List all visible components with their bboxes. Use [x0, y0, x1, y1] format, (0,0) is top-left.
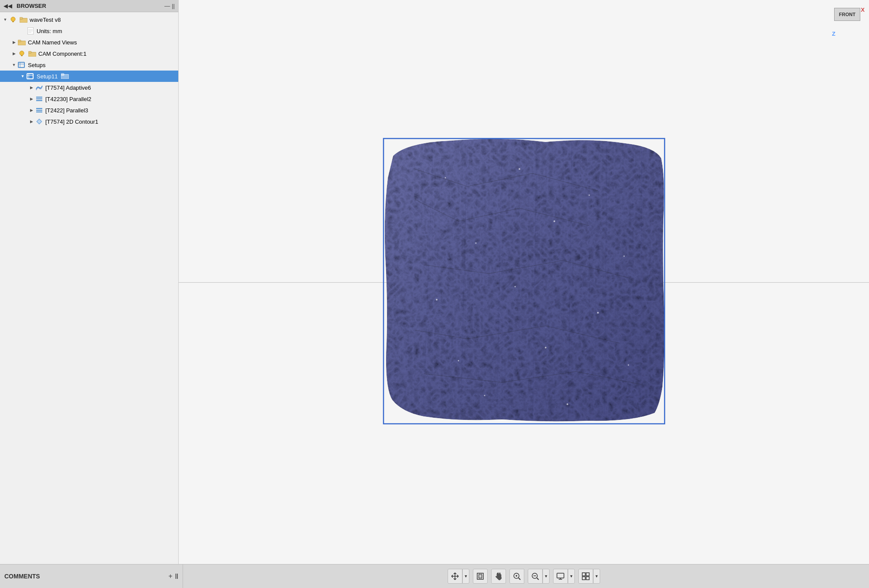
zoom-out-tool-group: ▼ — [528, 569, 550, 584]
svg-rect-11 — [21, 55, 23, 56]
tree-item-root[interactable]: waveTest v8 — [0, 14, 178, 25]
zoom-in-tool-group — [509, 569, 524, 584]
tree-item-parallel3[interactable]: [T2422] Parallel3 — [0, 105, 178, 116]
axis-indicator: FRONT Z X — [830, 4, 865, 39]
folder-cam-icon — [17, 38, 26, 47]
svg-point-62 — [628, 364, 629, 365]
svg-rect-9 — [18, 40, 21, 42]
zoom-out-button[interactable] — [528, 569, 543, 584]
tree-label-root: waveTest v8 — [30, 17, 61, 23]
svg-rect-28 — [37, 119, 41, 124]
svg-point-63 — [484, 395, 485, 396]
expand-parallel3[interactable] — [28, 107, 35, 114]
svg-point-61 — [545, 347, 547, 348]
svg-rect-81 — [586, 577, 589, 580]
move-tool-button[interactable] — [448, 569, 462, 584]
toolbar-area: ▼ — [183, 569, 865, 584]
bulb-icon — [9, 15, 17, 24]
bottom-bar: COMMENTS + || ▼ — [0, 564, 869, 588]
collapse-sidebar-button[interactable]: ◀◀ — [3, 3, 12, 9]
diamond-icon — [35, 117, 44, 126]
expand-setups[interactable] — [10, 61, 17, 68]
zoom-in-button[interactable] — [509, 569, 524, 584]
folder-icon — [19, 15, 28, 24]
tree-item-setups[interactable]: Setups — [0, 59, 178, 71]
sidebar-header-icons: — || — [164, 3, 175, 9]
display-mode-dropdown[interactable]: ▼ — [568, 569, 575, 584]
grid-tool-group: ▼ — [578, 569, 600, 584]
svg-point-64 — [567, 403, 568, 405]
svg-point-51 — [445, 177, 446, 178]
move-tool-group: ▼ — [448, 569, 469, 584]
display-mode-group: ▼ — [553, 569, 575, 584]
sidebar-tree: waveTest v8 Units: mm — [0, 12, 178, 564]
svg-rect-75 — [557, 573, 564, 578]
expand-setup11[interactable] — [19, 73, 26, 80]
tree-item-cam-component[interactable]: CAM Component:1 — [0, 48, 178, 59]
move-tool-dropdown[interactable]: ▼ — [462, 569, 469, 584]
adaptive-icon — [35, 83, 44, 92]
setup11-icon — [26, 72, 35, 81]
display-mode-icon — [556, 572, 565, 581]
sidebar-pin-button[interactable]: || — [172, 3, 175, 9]
setup-icon — [17, 61, 26, 69]
axis-z-label: Z — [832, 30, 835, 37]
add-comment-button[interactable]: + — [168, 572, 172, 580]
svg-point-56 — [624, 255, 625, 257]
expand-parallel2[interactable] — [28, 95, 35, 102]
tree-item-cam-named-views[interactable]: CAM Named Views — [0, 37, 178, 48]
tree-item-setup11[interactable]: Setup11 — [0, 71, 178, 82]
sidebar-title: BROWSER — [17, 3, 162, 9]
mesh-container — [380, 134, 668, 430]
comments-label: COMMENTS — [4, 573, 165, 580]
main-area: ◀◀ BROWSER — || — [0, 0, 869, 564]
move-icon — [451, 572, 459, 581]
grid-icon — [581, 572, 590, 581]
svg-point-55 — [553, 220, 555, 222]
tree-item-units[interactable]: Units: mm — [0, 25, 178, 37]
fit-tool-button[interactable] — [473, 569, 488, 584]
svg-rect-14 — [18, 62, 24, 68]
sidebar-header: ◀◀ BROWSER — || — [0, 0, 178, 12]
tree-label-cam-named-views: CAM Named Views — [28, 39, 77, 46]
expand-cam-component[interactable] — [10, 50, 17, 57]
svg-point-0 — [11, 17, 15, 21]
expand-cam-named-views[interactable] — [10, 39, 17, 46]
tree-label-setup11: Setup11 — [37, 73, 58, 80]
svg-rect-1 — [12, 21, 14, 22]
grid-button[interactable] — [578, 569, 593, 584]
expand-adaptive6[interactable] — [28, 84, 35, 91]
zoom-out-dropdown[interactable]: ▼ — [543, 569, 550, 584]
svg-line-71 — [519, 578, 520, 580]
svg-rect-17 — [27, 74, 33, 79]
svg-point-10 — [20, 51, 24, 55]
svg-rect-78 — [582, 573, 585, 576]
svg-rect-65 — [477, 573, 483, 579]
tree-item-adaptive6[interactable]: [T7574] Adaptive6 — [0, 82, 178, 93]
svg-point-58 — [515, 286, 516, 287]
grid-dropdown[interactable]: ▼ — [593, 569, 600, 584]
svg-rect-13 — [28, 51, 31, 53]
collapse-comments-button[interactable]: || — [175, 572, 178, 580]
sidebar-minimize-button[interactable]: — — [164, 3, 170, 9]
pan-tool-button[interactable] — [491, 569, 506, 584]
expand-contour1[interactable] — [28, 118, 35, 125]
display-mode-button[interactable] — [553, 569, 568, 584]
tree-label-adaptive6: [T7574] Adaptive6 — [45, 84, 91, 91]
parallel2-icon — [35, 95, 44, 103]
viewport[interactable]: FRONT Z X — [179, 0, 869, 564]
bulb-component-icon — [17, 49, 26, 58]
tree-label-units: Units: mm — [37, 28, 62, 34]
svg-rect-21 — [61, 74, 64, 75]
doc-icon — [26, 27, 35, 35]
svg-rect-80 — [582, 577, 585, 580]
expand-root[interactable] — [2, 16, 9, 23]
fit-icon — [476, 572, 485, 581]
tree-item-contour1[interactable]: [T7574] 2D Contour1 — [0, 116, 178, 127]
pan-icon — [494, 572, 503, 581]
axis-front-label: FRONT — [834, 8, 860, 21]
svg-point-59 — [597, 312, 599, 314]
comments-section: COMMENTS + || — [4, 564, 183, 588]
tree-item-parallel2[interactable]: [T42230] Parallel2 — [0, 93, 178, 105]
svg-rect-79 — [586, 573, 589, 576]
